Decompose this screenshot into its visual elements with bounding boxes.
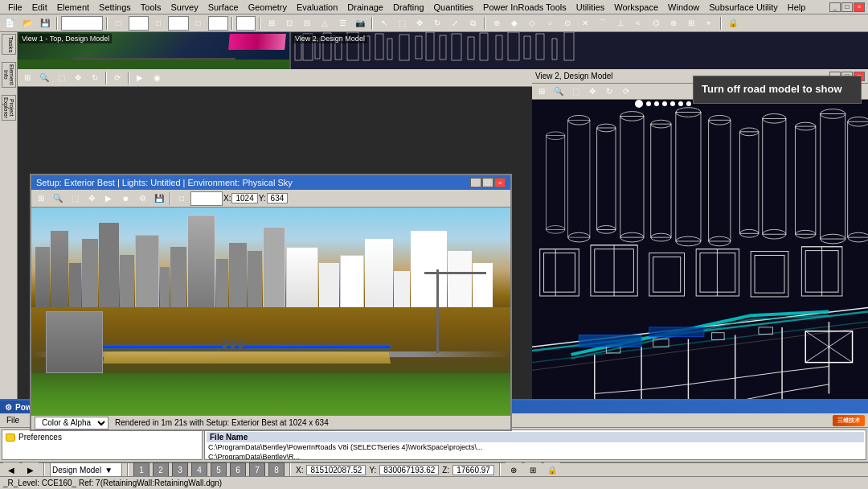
save-button[interactable]: 💾 (37, 16, 53, 31)
view-num-7[interactable]: 7 (249, 462, 265, 477)
menu-settings[interactable]: Settings (94, 0, 136, 14)
menu-quantities[interactable]: Quantities (429, 0, 479, 14)
menu-file[interactable]: File (3, 0, 27, 14)
v1-zoom-btn[interactable]: 🔍 (36, 71, 52, 85)
snap-mode-btn[interactable]: ⊕ (506, 462, 522, 477)
v1-render-btn[interactable]: ▶ (132, 71, 148, 85)
menu-surface[interactable]: Surface (203, 0, 244, 14)
menu-edit[interactable]: Edit (27, 0, 52, 14)
acs-btn[interactable]: ⌖ (701, 16, 717, 31)
tasks-tab[interactable]: Tasks (2, 34, 16, 55)
view1-top[interactable]: View 1 - Top, Design Model (18, 32, 291, 69)
keypoint-btn[interactable]: ◆ (506, 16, 522, 31)
style-dropdown[interactable]: 0 ▼ (208, 16, 228, 31)
grid-toggle-btn[interactable]: ⊞ (525, 462, 541, 477)
origin-btn[interactable]: ⊙ (559, 16, 575, 31)
v2-fit-btn[interactable]: ⊞ (534, 84, 550, 99)
maximize-button[interactable]: □ (841, 2, 853, 12)
new-button[interactable]: 📄 (2, 16, 18, 31)
pi-tree-row-1[interactable]: Preferences (4, 432, 200, 442)
menu-survey[interactable]: Survey (166, 0, 203, 14)
menu-window[interactable]: Window (663, 0, 704, 14)
center-btn[interactable]: ○ (542, 16, 558, 31)
menu-drainage[interactable]: Drainage (342, 0, 388, 14)
menu-subsurface[interactable]: Subsurface Utility (704, 0, 783, 14)
dialog-min-btn[interactable]: _ (470, 178, 481, 187)
grid-btn[interactable]: ⊞ (683, 16, 699, 31)
v2-update-btn[interactable]: ⟳ (618, 84, 634, 99)
view-btn-5[interactable]: ☰ (334, 16, 350, 31)
rd-view-btn[interactable]: □ (174, 191, 190, 206)
menu-evaluation[interactable]: Evaluation (292, 0, 342, 14)
view-num-6[interactable]: 6 (230, 462, 246, 477)
v1-fit-btn[interactable]: ⊞ (19, 71, 35, 85)
view-btn-4[interactable]: △ (317, 16, 333, 31)
v1-window-btn[interactable]: ⬚ (53, 71, 69, 85)
pi-menu-file[interactable]: File (3, 413, 23, 427)
view-btn-1[interactable]: ⊞ (264, 16, 280, 31)
design-model-dropdown[interactable]: Design Model ▼ (50, 462, 122, 477)
rd-stop-btn[interactable]: ■ (117, 191, 133, 206)
menu-workspace[interactable]: Workspace (609, 0, 663, 14)
select-btn[interactable]: ↖ (376, 16, 392, 31)
level-dropdown[interactable]: 0 ▼ (129, 16, 149, 31)
tool-btn-2[interactable]: □ (150, 16, 166, 31)
v2-zoom-btn[interactable]: 🔍 (551, 84, 567, 99)
midpoint-btn[interactable]: ◇ (524, 16, 540, 31)
camera-btn[interactable]: 📷 (352, 16, 368, 31)
v2-rotate-btn[interactable]: ↻ (601, 84, 617, 99)
pi-file-row-2[interactable]: C:\ProgramData\Bentley\R... (207, 452, 864, 460)
view-btn-3[interactable]: ⊟ (299, 16, 315, 31)
menu-help[interactable]: Help (783, 0, 811, 14)
view-btn-2[interactable]: ⊡ (281, 16, 297, 31)
dialog-close-btn[interactable]: × (494, 178, 506, 187)
minimize-button[interactable]: _ (829, 2, 841, 12)
render-scene[interactable] (31, 208, 510, 415)
tool-btn-1[interactable]: □ (111, 16, 127, 31)
tool-btn-3[interactable]: □ (190, 16, 207, 31)
view-num-8[interactable]: 8 (268, 462, 285, 477)
through-btn[interactable]: ⊗ (665, 16, 682, 31)
v1-rotate-btn[interactable]: ↻ (87, 71, 103, 85)
view2-top[interactable]: View 2, Design Model (291, 32, 868, 69)
perp-btn[interactable]: ⊥ (612, 16, 628, 31)
rd-render-btn[interactable]: ▶ (100, 191, 117, 206)
view-num-5[interactable]: 5 (211, 462, 227, 477)
menu-utilities[interactable]: Utilities (571, 0, 609, 14)
intersection-btn[interactable]: ✕ (577, 16, 593, 31)
view-num-1[interactable]: 1 (133, 462, 149, 477)
tangent-btn[interactable]: ⌒ (595, 16, 611, 31)
close-button[interactable]: × (854, 2, 865, 12)
color-btn[interactable] (236, 16, 256, 31)
weight-dropdown[interactable]: 0 ▼ (168, 16, 188, 31)
status-btn-1[interactable]: ◀ (3, 462, 19, 477)
v2-pan-btn[interactable]: ✥ (584, 84, 600, 99)
status-btn-2[interactable]: ▶ (23, 462, 39, 477)
lock-toggle-btn[interactable]: 🔒 (544, 462, 560, 477)
nearest-btn[interactable]: ≈ (630, 16, 646, 31)
lock-btn[interactable]: 🔒 (725, 16, 741, 31)
rd-settings-btn[interactable]: ⚙ (134, 191, 150, 206)
bisect-btn[interactable]: ⌬ (648, 16, 664, 31)
menu-element[interactable]: Element (52, 0, 94, 14)
copy-btn[interactable]: ⧉ (465, 16, 481, 31)
rd-tool2[interactable]: 🔍 (50, 191, 66, 206)
menu-powerinroads[interactable]: Power InRoads Tools (478, 0, 571, 14)
rotate-btn[interactable]: ↻ (429, 16, 445, 31)
v2-window-btn[interactable]: ⬚ (567, 84, 583, 99)
pi-file-row-1[interactable]: C:\ProgramData\Bentley\PowerInRoads V8i … (207, 442, 864, 452)
rd-view-size-dropdown[interactable]: 1024 (190, 191, 223, 206)
rd-save-btn[interactable]: 💾 (151, 191, 167, 206)
open-button[interactable]: 📂 (19, 16, 35, 31)
rd-tool4[interactable]: ✥ (84, 191, 100, 206)
view-num-2[interactable]: 2 (153, 462, 169, 477)
view-num-3[interactable]: 3 (172, 462, 188, 477)
project-explorer-tab[interactable]: ProjectExplorer (2, 95, 16, 121)
color-mode-dropdown[interactable]: Color & Alpha (35, 417, 108, 429)
dialog-max-btn[interactable]: □ (482, 178, 493, 187)
v1-pan-btn[interactable]: ✥ (70, 71, 86, 85)
fence-btn[interactable]: ⬚ (394, 16, 410, 31)
element-info-tab[interactable]: ElementInfo (2, 62, 16, 88)
snap-btn[interactable]: ⊕ (489, 16, 505, 31)
view-num-4[interactable]: 4 (191, 462, 207, 477)
